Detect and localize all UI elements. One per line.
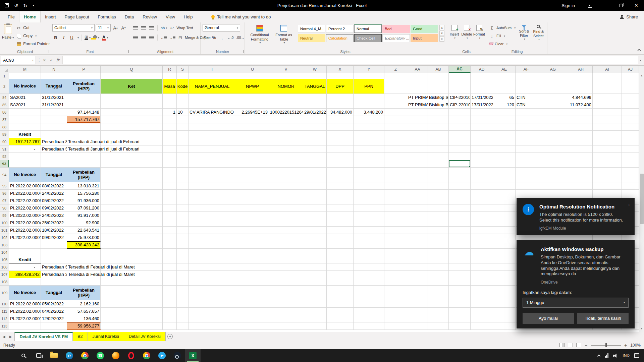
style-chip-check-cell[interactable]: Check Cell [354,34,382,42]
cell-M103[interactable] [9,241,41,249]
cell-Z107[interactable] [384,271,407,278]
cell-AD96[interactable] [471,190,493,197]
cell-Q112[interactable] [101,315,163,322]
cell-W102[interactable] [303,234,327,241]
row-header-101[interactable]: 101 [0,227,9,234]
cell-N110[interactable]: 05/02/2022 [41,300,67,308]
cell-AB110[interactable] [428,300,449,308]
tab-scroll-right-icon[interactable]: ▶ [9,335,12,339]
cell-V108[interactable] [269,278,303,286]
cell-U107[interactable] [236,271,269,278]
cell-M102[interactable]: PI.2022.02.00010 [9,234,41,241]
cell-AH94[interactable] [569,168,593,182]
row-header-94[interactable]: 94 [0,168,9,182]
sheet-tab-jurnal-koreksi[interactable]: Jurnal Koreksi [88,332,124,341]
minimize-button[interactable]: ─ [598,0,613,11]
cell-V104[interactable] [269,249,303,256]
cell-Y88[interactable] [354,123,384,131]
cell-AJ91[interactable] [622,145,639,153]
cell-S88[interactable] [177,123,189,131]
cell-AH85[interactable]: 11.072.400 [569,101,593,109]
scroll-down-icon[interactable]: ▼ [640,326,643,331]
cell-P113[interactable]: 59.956.277 [67,322,101,330]
cell-R100[interactable] [163,219,177,227]
cell-V101[interactable] [269,227,303,234]
cell-W104[interactable] [303,249,327,256]
cell-X109[interactable] [327,286,354,300]
cell-AC95[interactable] [449,182,471,190]
cell-AC96[interactable] [449,190,471,197]
cell-P112[interactable]: 136.460 [67,315,101,322]
cell-V95[interactable] [269,182,303,190]
cell-AJ88[interactable] [622,123,639,131]
cell-V87[interactable] [269,116,303,123]
cell-AA99[interactable] [407,212,428,219]
cell-R99[interactable] [163,212,177,219]
cell-V97[interactable] [269,197,303,204]
cell-M90[interactable]: 157.717.767 [9,138,41,145]
cell-Q100[interactable] [101,219,163,227]
cell-Z111[interactable] [384,308,407,315]
cell-AF1[interactable] [516,73,537,79]
cell-AA100[interactable] [407,219,428,227]
taskbar-whatsapp[interactable]: ☎ [93,349,108,362]
tab-formulas[interactable]: Formulas [94,11,120,22]
cell-AD84[interactable]: 17/01/2022 [471,94,493,101]
cell-U97[interactable] [236,197,269,204]
tab-data[interactable]: Data [120,11,138,22]
cell-AB108[interactable] [428,278,449,286]
cell-P91[interactable]: Tersedia di Januari di jual di Februari [67,145,101,153]
cell-AD98[interactable] [471,204,493,212]
cell-AE91[interactable] [493,145,516,153]
cell-U111[interactable] [236,308,269,315]
cell-AE93[interactable] [493,160,516,168]
row-header-106[interactable]: 106 [0,263,9,271]
taskbar-file-explorer[interactable] [46,349,62,362]
cell-P98[interactable]: 87.091.200 [67,204,101,212]
cell-U93[interactable] [236,160,269,168]
cell-P103[interactable]: 398.428.242 [67,241,101,249]
cell-Y108[interactable] [354,278,384,286]
cell-AG85[interactable] [537,101,569,109]
decline-backup-button[interactable]: Tidak, terima kasih [577,313,629,324]
cell-AD90[interactable] [471,138,493,145]
save-icon[interactable] [5,3,9,8]
cell-N88[interactable] [41,123,67,131]
style-chip-input[interactable]: Input [411,34,438,42]
cell-Q110[interactable] [101,300,163,308]
cell-X105[interactable] [327,256,354,263]
cell-AF96[interactable] [516,190,537,197]
cell-Y2[interactable]: PPN [354,79,384,94]
cell-AB85[interactable]: Biskitop Bu [428,101,449,109]
align-bottom-icon[interactable] [148,24,155,32]
cell-AC107[interactable] [449,271,471,278]
cell-Z88[interactable] [384,123,407,131]
cell-AD95[interactable] [471,182,493,190]
zoom-in-icon[interactable]: + [624,343,627,348]
cell-Q102[interactable] [101,234,163,241]
scroll-up-icon[interactable]: ▲ [640,73,643,78]
cell-W94[interactable] [303,168,327,182]
cell-Y98[interactable] [354,204,384,212]
cell-AD86[interactable] [471,109,493,116]
cell-AA101[interactable] [407,227,428,234]
col-header-AH[interactable]: AH [569,66,593,73]
cell-U104[interactable] [236,249,269,256]
cell-AH86[interactable] [569,109,593,116]
cell-AC88[interactable] [449,123,471,131]
cell-AA87[interactable] [407,116,428,123]
cell-N94[interactable]: Tanggal [41,168,67,182]
clipboard-dialog-launcher[interactable] [46,50,49,53]
cell-AE113[interactable] [493,322,516,330]
cell-AA98[interactable] [407,204,428,212]
col-header-AG[interactable]: AG [537,66,569,73]
cell-AJ94[interactable] [622,168,639,182]
cell-AE104[interactable] [493,249,516,256]
cell-AD102[interactable] [471,234,493,241]
cell-Q1[interactable] [101,73,163,79]
cancel-entry-icon[interactable]: ✕ [43,58,46,63]
cell-AG86[interactable] [537,109,569,116]
cell-R86[interactable]: 1 [163,109,177,116]
cell-T110[interactable] [189,300,236,308]
cell-AD106[interactable] [471,263,493,271]
